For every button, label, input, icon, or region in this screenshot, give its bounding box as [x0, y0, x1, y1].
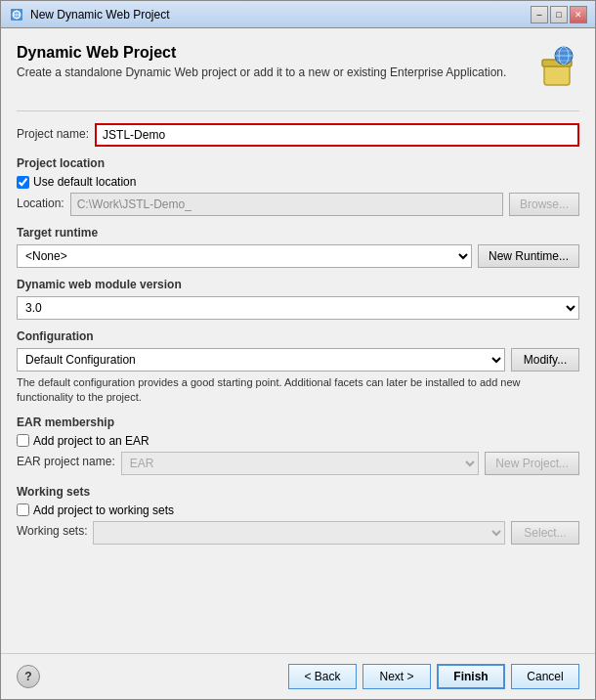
location-row: Location: Browse... [17, 193, 579, 216]
project-name-row: Project name: [17, 123, 579, 147]
ear-membership-section: EAR membership Add project to an EAR EAR… [17, 416, 579, 475]
working-sets-label: Working sets [17, 485, 579, 499]
web-module-version-select[interactable]: 3.0 [17, 296, 579, 320]
project-location-section: Project location Use default location Lo… [17, 156, 579, 216]
target-runtime-select[interactable]: <None> [17, 244, 472, 268]
working-sets-section: Working sets Add project to working sets… [17, 485, 579, 545]
configuration-section: Configuration Default Configuration Modi… [17, 329, 579, 406]
configuration-info-text: The default configuration provides a goo… [17, 375, 579, 406]
footer-buttons: < Back Next > Finish Cancel [288, 664, 579, 689]
new-project-button: New Project... [485, 452, 579, 475]
footer: ? < Back Next > Finish Cancel [1, 653, 595, 699]
target-runtime-label: Target runtime [17, 226, 579, 240]
web-module-version-label: Dynamic web module version [17, 278, 579, 291]
working-sets-input-label: Working sets: [17, 524, 87, 538]
add-to-ear-label: Add project to an EAR [33, 434, 149, 448]
target-runtime-row: <None> New Runtime... [17, 244, 579, 268]
window-controls: – □ ✕ [531, 6, 587, 23]
browse-button[interactable]: Browse... [509, 193, 579, 216]
minimize-button[interactable]: – [531, 6, 548, 23]
window-icon [9, 7, 24, 22]
add-to-working-sets-row: Add project to working sets [17, 503, 579, 517]
use-default-location-label: Use default location [33, 175, 136, 189]
header-text: Dynamic Web Project Create a standalone … [17, 44, 523, 79]
web-module-version-row: 3.0 [17, 296, 579, 320]
configuration-label: Configuration [17, 329, 579, 343]
working-sets-row: Working sets: Select... [17, 521, 579, 545]
add-to-working-sets-label: Add project to working sets [33, 503, 174, 517]
window-title: New Dynamic Web Project [30, 8, 531, 22]
page-description: Create a standalone Dynamic Web project … [17, 66, 523, 79]
add-to-ear-checkbox[interactable] [17, 434, 29, 447]
project-name-input[interactable] [95, 123, 579, 147]
use-default-location-row: Use default location [17, 175, 579, 189]
header-icon [532, 44, 579, 91]
maximize-button[interactable]: □ [550, 6, 568, 23]
main-content: Dynamic Web Project Create a standalone … [1, 28, 595, 653]
header-section: Dynamic Web Project Create a standalone … [17, 44, 579, 91]
project-name-label: Project name: [17, 127, 89, 141]
add-to-working-sets-checkbox[interactable] [17, 503, 29, 516]
target-runtime-section: Target runtime <None> New Runtime... [17, 226, 579, 268]
location-input[interactable] [70, 193, 503, 216]
use-default-location-checkbox[interactable] [17, 176, 29, 189]
back-button[interactable]: < Back [288, 664, 357, 689]
ear-project-name-label: EAR project name: [17, 455, 115, 468]
help-button[interactable]: ? [17, 665, 40, 688]
next-button[interactable]: Next > [362, 664, 431, 689]
add-to-ear-row: Add project to an EAR [17, 434, 579, 448]
window: New Dynamic Web Project – □ ✕ Dynamic We… [0, 0, 596, 700]
working-sets-select [93, 521, 505, 545]
cancel-button[interactable]: Cancel [511, 664, 579, 689]
close-button[interactable]: ✕ [570, 6, 587, 23]
ear-membership-label: EAR membership [17, 416, 579, 429]
finish-button[interactable]: Finish [437, 664, 505, 689]
title-bar: New Dynamic Web Project – □ ✕ [1, 1, 595, 28]
web-module-version-section: Dynamic web module version 3.0 [17, 278, 579, 320]
modify-button[interactable]: Modify... [511, 348, 579, 372]
select-button: Select... [511, 521, 579, 545]
project-name-section: Project name: [17, 123, 579, 147]
new-runtime-button[interactable]: New Runtime... [478, 244, 579, 268]
ear-project-name-row: EAR project name: EAR New Project... [17, 452, 579, 475]
page-title: Dynamic Web Project [17, 44, 523, 62]
configuration-select[interactable]: Default Configuration [17, 348, 505, 372]
configuration-row: Default Configuration Modify... [17, 348, 579, 372]
location-label: Location: [17, 197, 64, 210]
project-location-label: Project location [17, 156, 579, 170]
ear-project-name-select: EAR [121, 452, 480, 475]
header-divider [17, 110, 579, 111]
